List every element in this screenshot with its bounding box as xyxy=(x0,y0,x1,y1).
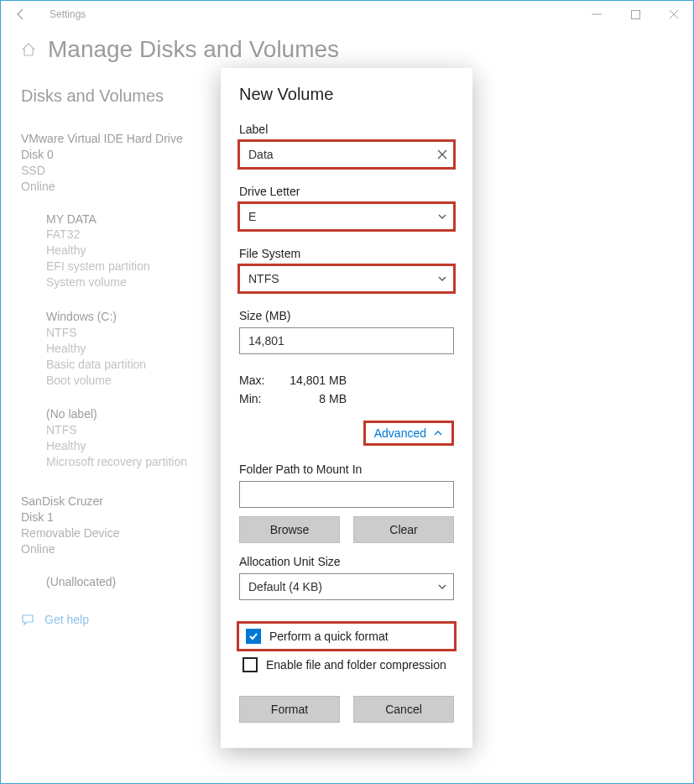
chevron-up-icon xyxy=(433,428,443,438)
max-value: 14,801 MB xyxy=(279,371,347,389)
checkmark-icon xyxy=(248,631,258,641)
advanced-label: Advanced xyxy=(374,426,426,440)
cancel-button[interactable]: Cancel xyxy=(353,696,454,723)
checkbox-icon xyxy=(246,629,261,644)
advanced-toggle[interactable]: Advanced xyxy=(363,421,454,446)
quick-format-checkbox[interactable]: Perform a quick format xyxy=(239,624,454,649)
compression-checkbox[interactable]: Enable file and folder compression xyxy=(239,652,454,677)
new-volume-dialog: New Volume Label Drive Letter E File Sys… xyxy=(221,68,472,748)
drive-letter-caption: Drive Letter xyxy=(239,185,454,198)
size-input[interactable] xyxy=(239,327,454,354)
size-caption: Size (MB) xyxy=(239,309,454,322)
alloc-unit-select[interactable]: Default (4 KB) xyxy=(239,573,454,600)
alloc-unit-caption: Allocation Unit Size xyxy=(239,555,454,568)
dialog-title: New Volume xyxy=(239,85,454,104)
clear-button[interactable]: Clear xyxy=(353,516,454,543)
quick-format-label: Perform a quick format xyxy=(269,630,389,643)
min-value: 8 MB xyxy=(279,389,347,408)
compression-label: Enable file and folder compression xyxy=(266,658,446,672)
chevron-down-icon xyxy=(437,274,447,284)
clear-label-button[interactable] xyxy=(437,149,447,159)
folder-path-input[interactable] xyxy=(239,481,454,508)
chevron-down-icon xyxy=(437,582,447,592)
label-caption: Label xyxy=(239,123,454,136)
file-system-caption: File System xyxy=(239,247,454,260)
max-label: Max: xyxy=(239,371,274,389)
min-label: Min: xyxy=(239,389,274,408)
browse-button[interactable]: Browse xyxy=(239,516,340,543)
file-system-select[interactable]: NTFS xyxy=(239,265,454,292)
format-button[interactable]: Format xyxy=(239,696,340,723)
label-input[interactable] xyxy=(239,141,454,168)
drive-letter-select[interactable]: E xyxy=(239,203,454,230)
checkbox-icon xyxy=(243,657,258,672)
chevron-down-icon xyxy=(437,212,447,222)
folder-path-caption: Folder Path to Mount In xyxy=(239,463,454,476)
x-icon xyxy=(437,149,447,159)
